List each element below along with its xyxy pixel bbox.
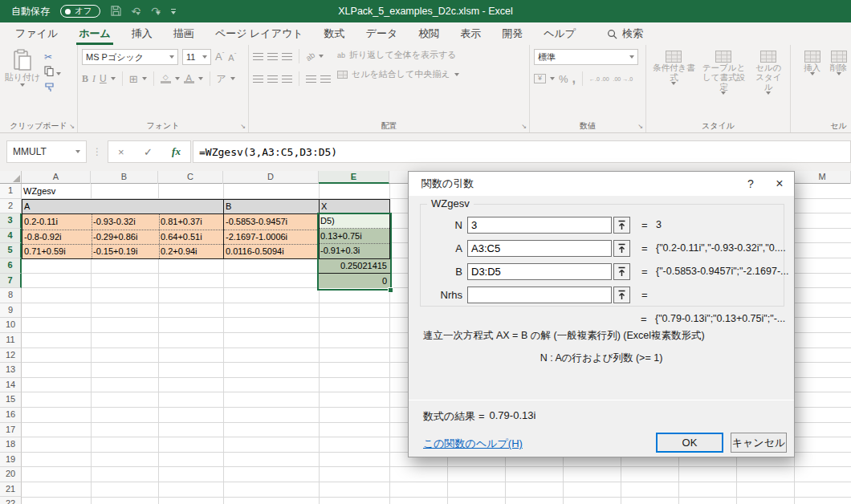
tab-view[interactable]: 表示 (450, 22, 491, 45)
italic-button[interactable]: I (92, 73, 96, 85)
cell-a3[interactable]: 0.2-0.11i (22, 214, 91, 230)
cell-e4[interactable]: 0.13+0.75i (319, 229, 390, 244)
collapse-dialog-button[interactable] (613, 287, 630, 303)
cut-button[interactable]: ✂ (44, 51, 61, 63)
tab-page-layout[interactable]: ページ レイアウト (205, 22, 314, 45)
collapse-dialog-button[interactable] (613, 217, 630, 234)
number-format-select[interactable]: 標準 (534, 49, 638, 65)
cell-c4[interactable]: 0.64+0.51i (159, 230, 223, 245)
cell-b4[interactable]: -0.29+0.86i (92, 230, 159, 245)
cell-d4[interactable]: -2.1697-1.0006i (224, 230, 319, 245)
decrease-decimal-button[interactable]: .00 →.0 (613, 76, 633, 82)
row-header[interactable]: 5 (0, 243, 22, 258)
increase-decimal-button[interactable]: ←.0 .00 (589, 76, 609, 82)
align-center-icon[interactable] (267, 75, 278, 83)
row-header[interactable]: 3 (0, 213, 22, 229)
cell-a4[interactable]: -0.8-0.92i (22, 230, 91, 245)
fill-handle[interactable] (388, 287, 393, 293)
dialog-title-bar[interactable]: 関数の引数 ? × (409, 172, 794, 196)
cell-b3[interactable]: -0.93-0.32i (92, 214, 159, 230)
conditional-formatting-button[interactable]: 条件付き書式 (650, 49, 698, 96)
arg-n-input[interactable] (467, 217, 612, 234)
tab-insert[interactable]: 挿入 (121, 22, 163, 45)
row-header[interactable]: 9 (0, 303, 22, 319)
confirm-entry-button[interactable]: ✓ (144, 146, 153, 158)
currency-button[interactable]: ¥ (534, 74, 546, 83)
insert-cells-button[interactable]: 挿入 (801, 49, 823, 77)
row-header[interactable]: 14 (0, 378, 22, 393)
cell-c3[interactable]: 0.81+0.37i (159, 214, 223, 230)
arg-nrhs-input[interactable] (467, 287, 612, 303)
align-top-icon[interactable] (253, 53, 263, 60)
tab-data[interactable]: データ (356, 22, 409, 45)
cell-a2-header[interactable]: A (22, 199, 224, 215)
paste-button[interactable]: 貼り付け (4, 49, 41, 95)
cell-d3[interactable]: -0.5853-0.9457i (224, 214, 319, 230)
percent-style-button[interactable]: % (559, 73, 568, 85)
fill-color-button[interactable]: ◇ (161, 74, 171, 83)
collapse-dialog-button[interactable] (613, 240, 630, 257)
row-header[interactable]: 18 (0, 437, 22, 453)
cell-c5[interactable]: 0.2+0.94i (159, 244, 223, 259)
align-middle-icon[interactable] (267, 53, 278, 60)
arg-b-input[interactable] (467, 263, 612, 280)
shrink-font-button[interactable]: Aˇ (228, 51, 236, 63)
select-all-corner[interactable] (0, 171, 22, 184)
increase-indent-icon[interactable] (320, 75, 331, 83)
dialog-help-button[interactable]: ? (736, 172, 765, 196)
ok-button[interactable]: OK (656, 433, 723, 453)
function-help-link[interactable]: この関数のヘルプ(H) (423, 437, 523, 451)
phonetic-button[interactable]: ア (217, 72, 226, 86)
matrix-a-range[interactable]: 0.2-0.11i -0.93-0.32i 0.81+0.37i -0.8-0.… (22, 213, 224, 259)
row-header[interactable]: 4 (0, 229, 22, 244)
align-right-icon[interactable] (282, 75, 292, 83)
row-header[interactable]: 17 (0, 423, 22, 438)
tab-draw[interactable]: 描画 (163, 22, 205, 45)
cell-e3-editing[interactable]: D5) (319, 213, 390, 229)
borders-button[interactable]: ⊞ (129, 73, 138, 85)
alignment-dialog-launcher[interactable]: ↘ (521, 123, 527, 130)
dialog-close-button[interactable]: × (765, 172, 794, 196)
copy-button[interactable] (44, 66, 61, 79)
column-header-e[interactable]: E (319, 171, 389, 184)
collapse-dialog-button[interactable] (613, 263, 630, 280)
row-header[interactable]: 2 (0, 199, 22, 214)
column-header-a[interactable]: A (22, 171, 91, 184)
clipboard-dialog-launcher[interactable]: ↘ (69, 123, 75, 130)
row-header[interactable]: 12 (0, 348, 22, 364)
tab-home[interactable]: ホーム (68, 22, 121, 45)
row-header[interactable]: 21 (0, 482, 22, 498)
row-header[interactable]: 8 (0, 288, 22, 303)
formula-bar-grip[interactable]: ⋮ (92, 140, 102, 163)
cell-a1[interactable]: WZgesv (22, 184, 91, 199)
merge-center-button[interactable]: セルを結合して中央揃え (337, 68, 459, 80)
cell-e6[interactable]: 0.25021415 (319, 258, 390, 274)
formula-input[interactable]: =WZgesv(3,A3:C5,D3:D5) (193, 140, 851, 163)
insert-function-button[interactable]: fx (172, 145, 181, 158)
row-header[interactable]: 6 (0, 258, 22, 274)
column-header-m[interactable]: M (794, 171, 851, 184)
font-size-select[interactable]: 11 (182, 49, 211, 65)
number-dialog-launcher[interactable]: ↘ (637, 123, 643, 130)
delete-cells-button[interactable]: 削除 (828, 49, 849, 77)
row-header[interactable]: 10 (0, 318, 22, 333)
font-color-button[interactable]: A (184, 74, 194, 83)
row-header[interactable]: 13 (0, 363, 22, 378)
orientation-button[interactable]: ab (304, 50, 316, 62)
tab-formulas[interactable]: 数式 (314, 22, 356, 45)
row-header[interactable]: 22 (0, 497, 22, 504)
cell-e5[interactable]: -0.91+0.3i (319, 243, 390, 258)
font-name-select[interactable]: MS Pゴシック (82, 49, 178, 65)
font-dialog-launcher[interactable]: ↘ (240, 123, 246, 130)
cell-e2-header[interactable]: X (319, 199, 390, 215)
cell-a5[interactable]: 0.71+0.59i (22, 244, 91, 259)
cell-styles-button[interactable]: セルの スタイル (750, 49, 788, 96)
tab-file[interactable]: ファイル (5, 22, 68, 45)
customize-qat-button[interactable] (171, 9, 176, 14)
column-header-d[interactable]: D (223, 171, 319, 184)
row-header[interactable]: 15 (0, 392, 22, 408)
row-header[interactable]: 16 (0, 408, 22, 423)
cell-e7[interactable]: 0 (319, 274, 390, 289)
column-header-c[interactable]: C (158, 171, 223, 184)
format-as-table-button[interactable]: テーブルとして書式設定 (698, 49, 750, 96)
